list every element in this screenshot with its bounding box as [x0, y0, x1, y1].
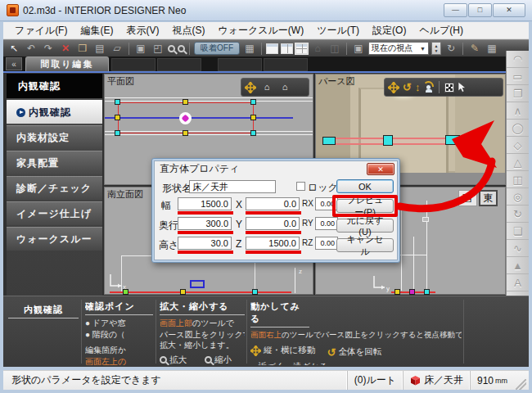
stand-icon[interactable]: ◫ — [327, 42, 342, 56]
east-button[interactable]: 東 — [479, 190, 498, 206]
text-tool-icon[interactable]: A — [507, 274, 529, 291]
width-input[interactable] — [178, 197, 232, 210]
pan-icon[interactable] — [245, 82, 256, 93]
snap-off-button[interactable]: 吸着OFF — [194, 42, 240, 55]
eraser-icon[interactable]: ▱ — [110, 42, 124, 56]
cone-tool-icon[interactable]: △ — [507, 154, 529, 171]
menu-view[interactable]: 表示(V) — [119, 22, 165, 39]
selection-handle[interactable] — [409, 289, 415, 295]
tab-empty[interactable] — [264, 58, 308, 71]
layout-split-button[interactable] — [281, 43, 293, 54]
lock-checkbox[interactable] — [296, 182, 305, 191]
delete-icon[interactable]: ✕ — [58, 42, 73, 56]
house-camera-icon[interactable]: ⌂ — [259, 80, 274, 94]
redo-icon[interactable]: ↷ — [41, 42, 56, 56]
sidebar-item-shindan[interactable]: 診断／チェック — [7, 176, 102, 200]
layout-quad-button[interactable] — [295, 43, 308, 54]
menu-edit[interactable]: 編集(E) — [74, 22, 119, 39]
tab-empty[interactable] — [111, 58, 156, 71]
sidebar-item-naikan-kakunin[interactable]: 内観確認 — [7, 100, 102, 124]
selection-handle[interactable] — [394, 289, 400, 295]
revert-button[interactable]: 元に戻す(U) — [336, 219, 394, 233]
plane-tool-icon[interactable]: ▭ — [507, 68, 529, 85]
tab-empty[interactable] — [157, 58, 201, 71]
selection-center-handle[interactable] — [179, 112, 192, 124]
resize-grip[interactable] — [516, 379, 526, 390]
selection-handle[interactable] — [115, 115, 120, 120]
fit-all-icon[interactable] — [444, 83, 454, 93]
curve-tool-icon[interactable]: ∿ — [507, 240, 529, 257]
grid2-icon[interactable]: ▦ — [485, 42, 499, 56]
ok-button[interactable]: OK — [336, 179, 394, 193]
undo-icon[interactable]: ↶ — [24, 42, 38, 56]
group-tool-icon[interactable]: ❐ — [507, 85, 529, 102]
look-around-icon[interactable] — [423, 82, 434, 93]
maximize-button-icon[interactable]: □ — [468, 3, 492, 17]
terrain-tool-icon[interactable]: ▲ — [507, 257, 529, 274]
sidebar-item-naisozai[interactable]: 内装材設定 — [7, 125, 102, 149]
movie-camera-icon[interactable]: ▣ — [133, 42, 148, 56]
home-icon[interactable]: ⌂ — [310, 42, 325, 56]
spin-down-icon[interactable]: ▼ — [435, 48, 439, 53]
dolly-icon[interactable]: ↕ — [415, 82, 421, 93]
view-spinner[interactable]: ▲ ▼ — [431, 42, 441, 55]
cursor-icon[interactable] — [458, 82, 467, 93]
small-handle[interactable] — [422, 217, 429, 222]
menu-help[interactable]: ヘルプ(H) — [413, 22, 470, 39]
menu-viewpoint[interactable]: 視点(S) — [165, 22, 211, 39]
menu-walkthrough[interactable]: ウォークスルー(W) — [211, 22, 310, 39]
z-input[interactable] — [246, 237, 300, 250]
selected-floor-line[interactable] — [110, 291, 291, 293]
sidebar-item-walkthrough[interactable]: ウォークスルー — [7, 227, 102, 251]
cylinder-tool-icon[interactable]: ◫ — [507, 171, 529, 188]
rotate-tool-icon[interactable]: ↻ — [507, 206, 529, 223]
selection-handle[interactable] — [183, 130, 188, 136]
selection-handle[interactable] — [115, 99, 120, 105]
zoom-out-icon[interactable] — [178, 45, 185, 52]
sphere-tool-icon[interactable]: ◯ — [507, 120, 529, 137]
refresh-view-icon[interactable]: ↻ — [444, 42, 458, 56]
tab-empty[interactable] — [218, 58, 262, 71]
selection-handle[interactable] — [250, 115, 256, 120]
rz-input[interactable] — [315, 237, 338, 250]
save-icon[interactable]: ▤ — [92, 42, 107, 56]
shape-name-input[interactable] — [189, 180, 276, 193]
selection-handle[interactable] — [250, 99, 256, 105]
height-input[interactable] — [178, 237, 232, 250]
menu-tools[interactable]: ツール(T) — [310, 22, 366, 39]
selection-handle[interactable] — [252, 289, 258, 295]
grid-icon[interactable]: ▦ — [242, 42, 257, 56]
sidebar-item-kagu[interactable]: 家具配置 — [7, 151, 102, 174]
tab-madori-edit[interactable]: 間取り編集 — [25, 56, 109, 71]
camera-icon[interactable]: ▣ — [351, 42, 366, 56]
west-button[interactable]: 西 — [458, 190, 477, 206]
menu-file[interactable]: ファイル(F) — [8, 22, 74, 39]
torus-tool-icon[interactable]: ◎ — [507, 188, 529, 206]
select-icon[interactable]: ↖ — [7, 42, 21, 56]
y-input[interactable] — [246, 217, 300, 230]
selection-handle[interactable] — [123, 289, 128, 295]
selection-handle[interactable] — [383, 135, 393, 146]
selection-handle[interactable] — [424, 289, 430, 295]
layout-single-button[interactable] — [266, 43, 278, 54]
cancel-button[interactable]: キャンセル — [336, 238, 394, 252]
selection-handle[interactable] — [180, 289, 186, 295]
menu-settings[interactable]: 設定(O) — [366, 22, 413, 39]
collapse-sidebar-button[interactable]: « — [6, 57, 22, 70]
cube-tool-icon[interactable]: ◇ — [507, 137, 529, 154]
selection-handle[interactable] — [445, 135, 460, 145]
dome-tool-icon[interactable]: ◠ — [507, 51, 529, 68]
zoom-in-icon[interactable] — [168, 45, 175, 52]
fit-screen-icon[interactable]: ◰ — [151, 42, 165, 56]
selection-handle[interactable] — [250, 130, 256, 136]
selection-handle[interactable] — [322, 137, 336, 145]
view-preset-dropdown[interactable]: 現在の視点 ▼ — [368, 42, 429, 55]
house-camera-12-icon[interactable]: ⌂ — [277, 80, 292, 94]
close-button-icon[interactable]: ✕ — [493, 3, 525, 17]
x-input[interactable] — [246, 197, 300, 210]
window-shape[interactable] — [190, 280, 205, 288]
depth-input[interactable] — [178, 217, 232, 230]
dialog-close-icon[interactable]: ✕ — [367, 163, 394, 175]
duplicate-tool-icon[interactable]: ❏ — [507, 223, 529, 240]
selection-handle[interactable] — [183, 99, 188, 105]
